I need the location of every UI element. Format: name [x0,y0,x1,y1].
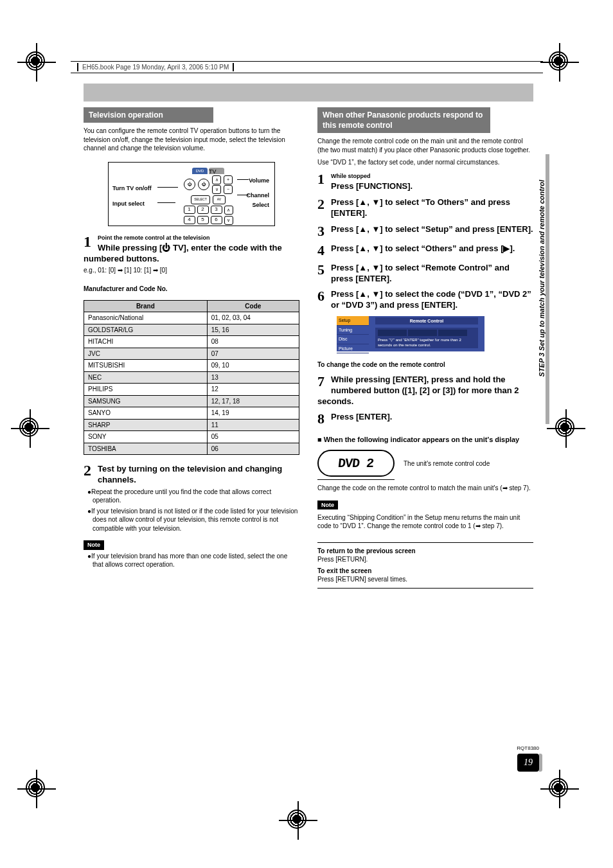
cell-brand: SONY [84,431,208,443]
step-number: 1 [84,234,91,249]
left-step-1: 1 Point the remote control at the televi… [84,234,299,274]
tab-dvd-icon: DVD [192,168,208,174]
menu-instruction-box: Press “▽” and “ENTER” together for more … [375,328,478,348]
right-note-text: Executing “Shipping Condition” in the Se… [317,513,533,531]
cell-code: 15, 16 [207,324,299,336]
cell-code: 01, 02, 03, 04 [207,312,299,324]
ch-down-icon: ∨ [212,185,221,194]
th-brand: Brand [84,300,208,312]
step1-sub: Point the remote control at the televisi… [84,234,299,242]
crop-mark [287,810,326,848]
footer-box: To return to the previous screen Press [… [317,542,533,589]
step-number: 1 [317,172,324,186]
remote-diagram: Turn TV on/off Input select Volume Chann… [108,162,275,226]
remote-illustration: DVDTV ⏻ ⏻ ∧∨ +− SELECT AV 123∧ 456∨ [179,168,237,223]
step-number: 6 [317,289,324,303]
diagram-label-channel: Channel [246,191,269,199]
indicator-head: When the following indicator appears on … [317,435,533,445]
code-table: BrandCode Panasonic/National01, 02, 03, … [84,300,299,456]
diagram-label-tv-onoff: Turn TV on/off [112,184,152,192]
right-column: When other Panasonic products respond to… [317,100,533,589]
step-number: 2 [317,197,324,211]
left-section-title: Television operation [84,107,213,123]
cell-brand: SANYO [84,407,208,420]
exit-head: To exit the screen [317,567,533,576]
return-body: Press [RETURN]. [317,555,533,564]
menu-instruction-text: Press “▽” and “ENTER” together for more … [378,338,475,348]
right-step-4: 4Press [▲, ▼] to select “Others” and pre… [317,244,533,258]
note-tag: Note [84,540,104,549]
rs6-text: Press [▲, ▼] to select the code (“DVD 1”… [331,289,531,310]
av-select-icon: SELECT [191,195,210,204]
cell-brand: NEC [84,371,208,384]
cell-brand: SAMSUNG [84,395,208,407]
lcd-caption: The unit's remote control code [404,459,490,468]
menu-setup: Setup [337,316,369,325]
cell-brand: TOSHIBA [84,443,208,455]
ch-down2-icon: ∨ [224,216,233,225]
rs8-text: Press [ENTER]. [331,412,392,421]
lcd-display: DVD 2 The unit's remote control code [317,450,533,477]
vol-down-icon: − [224,185,233,194]
num-5-icon: 5 [197,216,209,224]
note-tag: Note [317,500,338,509]
step-number: 8 [317,412,324,426]
vol-up-icon: + [224,175,233,184]
right-step-8: 8Press [ENTER]. [317,412,533,426]
right-step-1: 1While stoppedPress [FUNCTIONS]. [317,172,533,192]
step2-bullet-2: ●If your television brand is not listed … [84,507,299,533]
cell-code: 12, 17, 18 [207,395,299,407]
num-2-icon: 2 [197,206,209,214]
ch-up-icon: ∧ [212,175,221,184]
step-number: 3 [317,224,324,238]
cell-brand: HITACHI [84,336,208,348]
step2-bullet-1: ●Repeat the procedure until you find the… [84,488,299,505]
menu-picture: Picture [337,344,369,353]
diagram-label-volume: Volume [249,177,269,184]
cell-code: 13 [207,371,299,384]
rs1-sub: While stopped [317,172,533,180]
crop-mark [555,418,594,456]
cell-brand: PHILIPS [84,384,208,396]
cell-brand: Panasonic/National [84,312,208,324]
step-number: 5 [317,263,324,277]
crop-mark [26,51,64,90]
cell-code: 06 [207,443,299,455]
ch-up2-icon: ∧ [224,206,233,215]
rs5-text: Press [▲, ▼] to select “Remote Control” … [331,263,510,283]
lcd-oval: DVD 2 [317,450,395,477]
return-head: To return to the previous screen [317,547,533,556]
table-caption: Manufacturer and Code No. [84,285,299,294]
step2-title: Test by turning on the television and ch… [84,464,299,486]
tab-tv-icon: TV [209,168,224,174]
right-intro-2: Use “DVD 1”, the factory set code, under… [317,158,533,167]
leader-line [157,187,178,188]
av-icon: AV [213,195,226,204]
num-6-icon: 6 [211,216,222,224]
after-lcd-text: Change the code on the remote control to… [317,484,533,493]
cell-brand: JVC [84,348,208,360]
right-step-2: 2Press [▲, ▼] to select “To Others” and … [317,197,533,219]
rs1-text: Press [FUNCTIONS]. [331,181,413,191]
crop-mark [19,418,58,456]
crop-mark [549,51,587,90]
crop-mark [549,778,587,817]
cell-brand: SHARP [84,419,208,431]
right-step-5: 5Press [▲, ▼] to select “Remote Control”… [317,263,533,285]
rs3-text: Press [▲, ▼] to select “Setup” and press… [331,224,533,234]
leader-line [237,179,249,180]
num-1-icon: 1 [184,206,195,214]
right-step-7: 7While pressing [ENTER], press and hold … [317,375,533,407]
book-header-text: EH65.book Page 19 Monday, April 3, 2006 … [77,63,234,71]
leader-line [157,202,175,203]
side-step-label: STEP 3 Set up to match your television a… [538,180,546,376]
crop-mark [26,778,64,817]
cell-brand: MITSUBISHI [84,360,208,372]
leader-line [237,195,249,195]
cell-code: 05 [207,431,299,443]
power-dvd-icon: ⏻ [184,179,195,190]
left-note-text: ●If your television brand has more than … [84,552,299,569]
th-code: Code [207,300,299,312]
menu-disc: Disc [337,335,369,344]
header-strip [84,84,533,102]
